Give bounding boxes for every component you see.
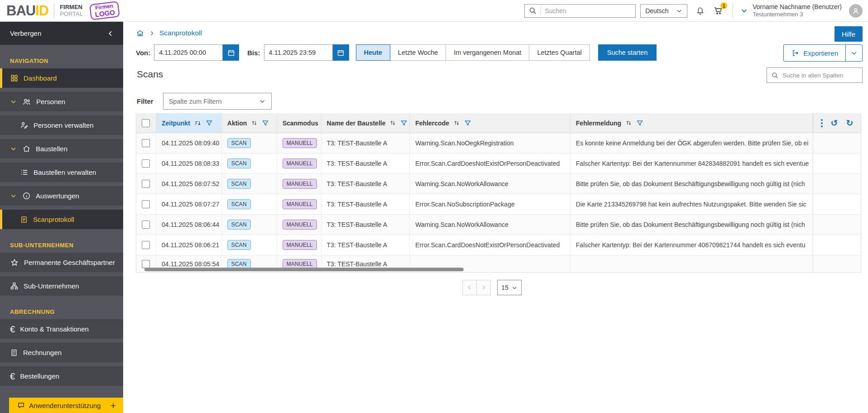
calendar-button-from[interactable] [223, 44, 239, 61]
export-menu-button[interactable] [846, 45, 862, 61]
cell-aktion: SCAN [222, 154, 277, 173]
horizontal-scrollbar[interactable] [136, 268, 861, 271]
sort-icon[interactable] [625, 120, 632, 126]
pagination: 15 [123, 280, 861, 295]
row-checkbox[interactable] [142, 139, 150, 147]
plus-icon[interactable]: + [110, 401, 116, 410]
filter-funnel-icon[interactable] [400, 120, 408, 127]
sort-icon[interactable] [389, 120, 396, 126]
cell-zeitpunkt: 04.11.2025 08:07:52 [156, 174, 222, 194]
notifications-button[interactable] [695, 6, 705, 15]
previous-page-button[interactable] [462, 280, 477, 295]
filter-funnel-icon[interactable] [262, 120, 269, 127]
global-search[interactable] [524, 4, 636, 18]
cart-button[interactable]: 1 [713, 5, 724, 16]
export-button[interactable]: Exportieren [784, 45, 846, 61]
sidebar-item-baustellen[interactable]: Baustellen [0, 139, 123, 158]
sidebar-item-personen[interactable]: Personen [0, 92, 123, 111]
column-header-fehlermeldung[interactable]: Fehlermeldung [571, 113, 813, 133]
row-checkbox[interactable] [142, 241, 150, 249]
select-all-cell [136, 113, 156, 133]
sort-icon[interactable] [453, 120, 460, 126]
table-search-input[interactable] [782, 72, 858, 79]
sort-desc-icon[interactable] [194, 120, 201, 127]
cell-baustelle: T3: TEST-Baustelle A [321, 215, 410, 235]
scan-badge: SCAN [227, 240, 251, 250]
scrollbar-thumb[interactable] [144, 268, 464, 271]
sidebar-item-label: Bestellungen [20, 372, 59, 380]
sidebar-item-label: Sub-Unternehmen [24, 282, 79, 290]
home-icon[interactable] [136, 29, 144, 38]
help-button[interactable]: Hilfe [834, 26, 863, 42]
page-title: Scans [137, 69, 163, 80]
filter-funnel-icon[interactable] [464, 120, 471, 127]
cell-aktion: SCAN [222, 133, 277, 153]
topbar-divider [733, 3, 733, 19]
column-header-scanmodus[interactable]: Scanmodus [277, 113, 321, 133]
avatar[interactable] [849, 4, 863, 18]
date-from-input[interactable] [154, 44, 223, 61]
sidebar-item-sub-unternehmen[interactable]: Sub-Unternehmen [0, 276, 123, 296]
global-search-input[interactable] [545, 7, 632, 14]
support-label: Anwenderunterstützung [29, 402, 101, 409]
sidebar-item-baustellen-verwalten[interactable]: Baustellen verwalten [0, 163, 123, 182]
chevron-right-icon [149, 30, 155, 36]
cell-baustelle: T3: TEST-Baustelle A [321, 235, 410, 255]
sidebar-item-auswertungen[interactable]: Auswertungen [0, 186, 123, 206]
chevron-down-icon [850, 49, 858, 57]
sidebar-item-dashboard[interactable]: Dashboard [0, 68, 123, 88]
top-bar: BAUID FIRMEN PORTAL Firmen LOGO Deutsch [0, 0, 868, 22]
home-icon [22, 144, 31, 153]
sidebar-item-konto-transaktionen[interactable]: € Konto & Transaktionen [0, 319, 123, 339]
range-button-heute[interactable]: Heute [356, 44, 390, 61]
user-menu[interactable]: Vorname Nachname (Benutzer) Testunterneh… [740, 3, 863, 19]
table-row: 04.11.2025 08:06:44 SCAN MANUELL T3: TES… [136, 215, 861, 235]
sidebar-item-bestellungen[interactable]: € Bestellungen [0, 366, 123, 386]
row-checkbox[interactable] [142, 260, 150, 268]
calendar-button-to[interactable] [333, 44, 349, 61]
export-split-button: Exportieren [783, 44, 863, 62]
select-all-checkbox[interactable] [142, 119, 150, 127]
table-search[interactable] [767, 67, 863, 83]
row-checkbox[interactable] [142, 221, 150, 229]
chevron-down-icon [740, 7, 748, 14]
sidebar-item-rechnungen[interactable]: Rechnungen [0, 343, 123, 362]
support-button[interactable]: Anwenderunterstützung + [9, 398, 123, 413]
date-to-input[interactable] [264, 44, 333, 61]
row-checkbox[interactable] [142, 180, 150, 188]
table-row: 04.11.2025 08:06:21 SCAN MANUELL T3: TES… [136, 235, 861, 255]
page-size-select[interactable]: 15 [497, 280, 522, 295]
von-label: Von: [136, 49, 150, 57]
filter-funnel-icon[interactable] [636, 120, 643, 127]
filter-column-select[interactable]: Spalte zum Filtern [163, 93, 272, 110]
table-row: 04.11.2025 08:09:40 SCAN MANUELL T3: TES… [136, 133, 861, 154]
cell-baustelle: T3: TEST-Baustelle A [321, 133, 410, 153]
table-actions-cell: ↺ ↻ [813, 113, 861, 133]
range-button-letzte-woche[interactable]: Letzte Woche [390, 44, 446, 61]
sort-icon[interactable] [251, 120, 258, 126]
range-button-letztes-quartal[interactable]: Letztes Quartal [529, 44, 590, 61]
table-row: 04.11.2025 08:07:52 SCAN MANUELL T3: TES… [136, 174, 861, 194]
redo-icon[interactable]: ↻ [846, 119, 854, 127]
column-header-fehlercode[interactable]: Fehlercode [410, 113, 571, 133]
sidebar-item-scanprotokoll[interactable]: Scanprotokoll [0, 210, 123, 229]
language-select[interactable]: Deutsch [640, 4, 687, 18]
breadcrumb-current[interactable]: Scanprotokoll [159, 29, 202, 37]
row-checkbox[interactable] [142, 159, 150, 168]
column-header-baustelle[interactable]: Name der Baustelle [321, 113, 410, 133]
column-header-zeitpunkt[interactable]: Zeitpunkt [156, 113, 222, 133]
range-button-vergangener-monat[interactable]: Im vergangenen Monat [446, 44, 529, 61]
list-icon [20, 168, 29, 177]
next-page-button[interactable] [476, 280, 491, 295]
row-checkbox[interactable] [142, 200, 150, 208]
sidebar-item-permanente-geschaeftspartner[interactable]: Permanente Geschäftspartner [0, 253, 123, 272]
undo-icon[interactable]: ↺ [831, 119, 838, 127]
column-header-aktion[interactable]: Aktion [222, 113, 277, 133]
app-logo[interactable]: BAUID [6, 4, 48, 18]
sidebar-item-personen-verwalten[interactable]: Personen verwalten [0, 115, 123, 135]
column-menu-icon[interactable] [821, 119, 823, 127]
sidebar-collapse-button[interactable]: Verbergen [0, 22, 123, 45]
start-search-button[interactable]: Suche starten [598, 44, 657, 61]
date-to-group [264, 44, 349, 61]
filter-funnel-icon[interactable] [206, 120, 213, 127]
